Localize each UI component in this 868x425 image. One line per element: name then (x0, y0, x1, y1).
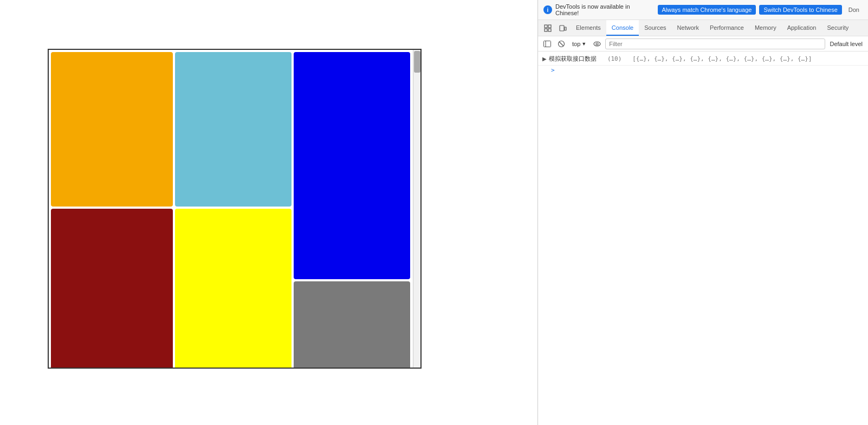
block-yellow (175, 209, 292, 369)
block-lightblue (175, 52, 292, 207)
device-toolbar-icon[interactable] (555, 21, 571, 36)
canvas-scrollbar-thumb[interactable] (414, 51, 420, 73)
tab-memory[interactable]: Memory (749, 20, 782, 36)
clear-console-icon[interactable] (555, 38, 567, 50)
svg-rect-3 (548, 29, 551, 31)
console-log-item-sub[interactable]: > (538, 66, 868, 75)
svg-line-9 (559, 42, 563, 46)
sub-expand-icon: > (551, 67, 555, 74)
color-blocks-grid (49, 50, 413, 368)
info-icon: i (543, 5, 552, 14)
svg-rect-1 (548, 25, 551, 28)
devtools-notification-bar: i DevTools is now available in Chinese! … (538, 0, 868, 20)
block-darkred (51, 209, 173, 369)
tab-elements[interactable]: Elements (571, 20, 606, 36)
browser-content (0, 0, 537, 425)
console-log-text: 模拟获取接口数据 (10) [{…}, {…}, {…}, {…}, {…}, … (549, 55, 864, 64)
svg-rect-0 (545, 25, 547, 28)
devtools-tabs-bar: Elements Console Sources Network Perform… (538, 20, 868, 36)
svg-rect-2 (545, 29, 547, 31)
log-count: (10) (607, 55, 622, 62)
tab-console[interactable]: Console (606, 20, 639, 36)
tab-application[interactable]: Application (782, 20, 822, 36)
switch-chinese-button[interactable]: Switch DevTools to Chinese (759, 5, 841, 15)
log-items: [{…}, {…}, {…}, {…}, {…}, {…}, {…}, {…},… (632, 55, 812, 62)
filter-input[interactable] (605, 38, 825, 49)
svg-point-10 (594, 42, 600, 46)
devtools-panel: i DevTools is now available in Chinese! … (537, 0, 868, 425)
tab-sources[interactable]: Sources (639, 20, 671, 36)
block-blue (294, 52, 410, 279)
svg-rect-5 (565, 27, 566, 30)
top-label: top (572, 41, 580, 47)
log-chinese-label: 模拟获取接口数据 (549, 55, 597, 62)
tab-performance[interactable]: Performance (704, 20, 749, 36)
svg-rect-4 (560, 25, 564, 31)
canvas-scrollbar[interactable] (413, 50, 420, 368)
notification-text: DevTools is now available in Chinese! (555, 3, 655, 16)
chevron-down-icon: ▼ (581, 41, 586, 47)
eye-icon[interactable] (591, 38, 603, 50)
inspect-element-icon[interactable] (540, 21, 555, 36)
canvas-area (48, 49, 422, 369)
tab-network[interactable]: Network (672, 20, 704, 36)
dismiss-button[interactable]: Don (845, 5, 863, 15)
block-orange (51, 52, 173, 207)
svg-point-11 (596, 43, 598, 45)
console-toolbar: top ▼ Default level (538, 36, 868, 51)
block-gray (294, 281, 410, 369)
console-log-area[interactable]: ▶ 模拟获取接口数据 (10) [{…}, {…}, {…}, {…}, {…}… (538, 51, 868, 425)
default-level-button[interactable]: Default level (827, 40, 865, 48)
top-frame-selector[interactable]: top ▼ (569, 39, 589, 49)
svg-rect-6 (544, 41, 551, 47)
console-sidebar-icon[interactable] (541, 38, 553, 50)
match-language-button[interactable]: Always match Chrome's language (658, 5, 756, 15)
expand-arrow-icon[interactable]: ▶ (542, 55, 547, 63)
console-log-item-main: ▶ 模拟获取接口数据 (10) [{…}, {…}, {…}, {…}, {…}… (538, 54, 868, 66)
tab-security[interactable]: Security (821, 20, 854, 36)
